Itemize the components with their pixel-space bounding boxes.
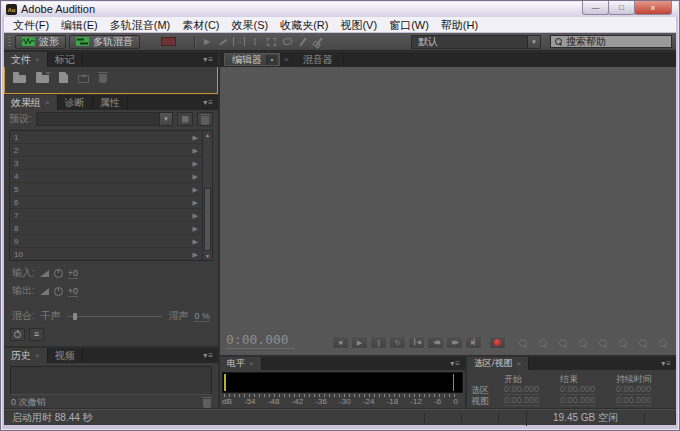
- close-icon[interactable]: ×: [284, 55, 289, 64]
- menu-item[interactable]: 收藏夹(R): [274, 17, 334, 33]
- tab-markers[interactable]: 标记: [48, 52, 83, 67]
- save-preset-button[interactable]: [177, 112, 193, 126]
- paintbrush-tool-button[interactable]: [295, 35, 311, 48]
- scroll-down-icon[interactable]: ▼: [203, 252, 212, 260]
- goto-start-button[interactable]: ▎◀: [408, 336, 425, 349]
- history-list[interactable]: [10, 366, 212, 395]
- menu-item[interactable]: 素材(C): [176, 17, 225, 33]
- slot-arrow-icon[interactable]: ▶: [193, 199, 198, 206]
- open-file-icon[interactable]: [13, 75, 26, 83]
- chevron-down-icon[interactable]: ▼: [159, 113, 172, 125]
- slot-arrow-icon[interactable]: ▶: [193, 212, 198, 219]
- panel-menu-icon[interactable]: ▾≡: [203, 95, 214, 110]
- tab-effects-rack[interactable]: 效果组 ×: [4, 95, 58, 110]
- list-toggle-button[interactable]: ≡: [29, 328, 44, 341]
- forward-button[interactable]: ▶▶: [446, 336, 463, 349]
- panel-menu-icon[interactable]: ▾≡: [203, 52, 214, 67]
- panel-menu-icon[interactable]: ▾≡: [661, 357, 672, 370]
- loop-button[interactable]: ↻: [389, 336, 406, 349]
- effect-slot-row[interactable]: 1 ▶: [10, 131, 202, 144]
- slot-arrow-icon[interactable]: ▶: [193, 147, 198, 154]
- title-bar[interactable]: Au Adobe Audition: [2, 2, 678, 17]
- effect-slot-row[interactable]: 7 ▶: [10, 209, 202, 222]
- spectral-display-button[interactable]: [161, 37, 176, 46]
- zoom-in-time-button[interactable]: [516, 336, 529, 349]
- zoom-out-time-button[interactable]: [536, 336, 549, 349]
- waveform-view-button[interactable]: 波形: [15, 35, 66, 49]
- effect-slot-row[interactable]: 8 ▶: [10, 222, 202, 235]
- play-button[interactable]: ▶: [351, 336, 368, 349]
- start-value[interactable]: 0:00.000: [504, 384, 539, 395]
- close-button[interactable]: ×: [634, 1, 672, 15]
- zoom-out-point-button[interactable]: [636, 336, 649, 349]
- workspace-dropdown[interactable]: 默认 ▼: [411, 35, 541, 49]
- chevron-down-icon[interactable]: ▼: [266, 55, 277, 65]
- end-value[interactable]: 0:00.000: [560, 384, 595, 395]
- trash-icon[interactable]: [99, 74, 107, 83]
- menu-item[interactable]: 多轨混音(M): [104, 17, 177, 33]
- multitrack-view-button[interactable]: 多轨混音: [69, 35, 140, 49]
- spot-healing-tool-button[interactable]: [311, 35, 327, 48]
- lasso-tool-button[interactable]: [279, 35, 295, 48]
- power-toggle-button[interactable]: [10, 328, 25, 341]
- knob-icon[interactable]: [54, 287, 63, 296]
- slot-arrow-icon[interactable]: ▶: [193, 251, 198, 258]
- scroll-up-icon[interactable]: ▲: [203, 131, 212, 139]
- close-icon[interactable]: ×: [45, 99, 50, 107]
- trash-icon[interactable]: [203, 399, 211, 408]
- effect-slot-row[interactable]: 2 ▶: [10, 144, 202, 157]
- pause-button[interactable]: ∥: [370, 336, 387, 349]
- menu-item[interactable]: 编辑(E): [55, 17, 104, 33]
- preset-select[interactable]: ▼: [36, 112, 173, 126]
- slip-tool-button[interactable]: ↔: [231, 35, 247, 48]
- effect-slot-row[interactable]: 6 ▶: [10, 196, 202, 209]
- close-icon[interactable]: ×: [35, 56, 40, 64]
- tab-properties[interactable]: 属性: [93, 95, 128, 110]
- menu-item[interactable]: 效果(S): [226, 17, 275, 33]
- zoom-in-amplitude-button[interactable]: [556, 336, 569, 349]
- tab-mixer[interactable]: 混音器: [293, 52, 344, 67]
- mix-slider[interactable]: [67, 312, 163, 321]
- slot-arrow-icon[interactable]: ▶: [193, 238, 198, 245]
- scrollbar[interactable]: ▲ ▼: [202, 131, 212, 260]
- marquee-tool-button[interactable]: [263, 35, 279, 48]
- end-value[interactable]: 0:00.000: [560, 395, 595, 406]
- close-icon[interactable]: ×: [517, 360, 522, 368]
- output-gain-value[interactable]: +0: [68, 286, 78, 297]
- insert-multitrack-icon[interactable]: [78, 75, 89, 83]
- duration-value[interactable]: 0:00.000: [616, 384, 651, 395]
- zoom-out-amplitude-button[interactable]: [576, 336, 589, 349]
- slot-arrow-icon[interactable]: ▶: [193, 225, 198, 232]
- close-icon[interactable]: ×: [35, 352, 40, 360]
- rewind-button[interactable]: ◀◀: [427, 336, 444, 349]
- knob-icon[interactable]: [54, 269, 63, 278]
- tab-levels[interactable]: 电平 ×: [220, 357, 262, 370]
- maximize-button[interactable]: □: [608, 1, 635, 15]
- import-file-icon[interactable]: [36, 75, 49, 83]
- minimize-button[interactable]: —: [582, 1, 609, 15]
- new-file-icon[interactable]: [59, 72, 68, 83]
- wet-value[interactable]: 0 %: [194, 311, 210, 322]
- time-display[interactable]: 0:00.000: [226, 333, 295, 349]
- menu-item[interactable]: 文件(F): [7, 17, 55, 33]
- slot-arrow-icon[interactable]: ▶: [193, 186, 198, 193]
- chevron-down-icon[interactable]: ▼: [527, 36, 540, 48]
- start-value[interactable]: 0:00.000: [504, 395, 539, 406]
- panel-menu-icon[interactable]: ▾≡: [450, 357, 461, 370]
- search-help-input[interactable]: 搜索帮助: [550, 35, 672, 48]
- panel-menu-icon[interactable]: ▾≡: [203, 348, 214, 363]
- zoom-out-full-button[interactable]: [596, 336, 609, 349]
- tab-editor[interactable]: 编辑器 ▼: [224, 53, 280, 66]
- time-selection-tool-button[interactable]: I: [247, 35, 263, 48]
- editor-canvas[interactable]: 0:00.000 ■ ▶ ∥ ↻ ▎◀ ◀◀ ▶▶ ▶▎: [220, 67, 676, 355]
- slot-arrow-icon[interactable]: ▶: [193, 160, 198, 167]
- close-icon[interactable]: ×: [249, 360, 254, 368]
- slot-arrow-icon[interactable]: ▶: [193, 134, 198, 141]
- menu-item[interactable]: 帮助(H): [435, 17, 484, 33]
- tab-files[interactable]: 文件 ×: [4, 52, 48, 67]
- effect-slot-row[interactable]: 10 ▶: [10, 248, 202, 261]
- effect-slot-row[interactable]: 9 ▶: [10, 235, 202, 248]
- tab-video[interactable]: 视频: [48, 348, 83, 363]
- razor-tool-button[interactable]: [215, 35, 231, 48]
- effect-slot-row[interactable]: 5 ▶: [10, 183, 202, 196]
